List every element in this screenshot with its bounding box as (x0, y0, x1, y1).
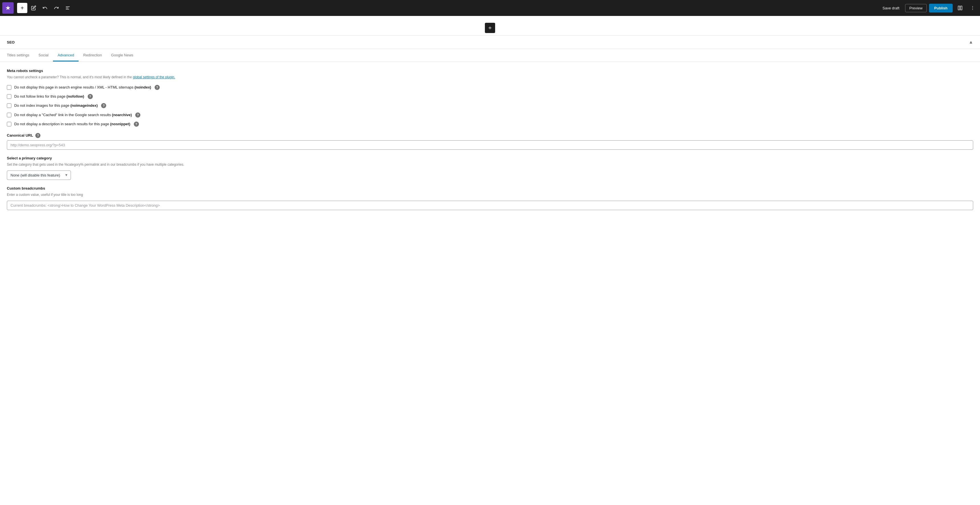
add-block-button[interactable] (485, 23, 495, 33)
publish-button[interactable]: Publish (929, 4, 953, 13)
nosnippet-help-icon[interactable]: ? (134, 122, 139, 127)
custom-breadcrumbs-title: Custom breadcrumbs (7, 186, 973, 191)
noimageindex-row: Do not index images for this page (noima… (7, 103, 973, 108)
add-block-toolbar-button[interactable]: + (17, 3, 27, 13)
noarchive-row: Do not display a "Cached" link in the Go… (7, 113, 973, 118)
seo-panel: SEO ▲ Titles settings Social Advanced Re… (0, 35, 980, 219)
noindex-checkbox[interactable] (7, 85, 11, 90)
layout-toggle-button[interactable] (955, 3, 965, 13)
seo-panel-title: SEO (7, 40, 14, 44)
noimageindex-help-icon[interactable]: ? (101, 103, 106, 108)
custom-breadcrumbs-description: Enter a custom value, useful if your tit… (7, 192, 973, 197)
noarchive-help-icon[interactable]: ? (135, 113, 140, 118)
noindex-row: Do not display this page in search engin… (7, 85, 973, 90)
meta-robots-title: Meta robots settings (7, 68, 973, 73)
canonical-url-section: Canonical URL ? (7, 133, 973, 150)
tab-titles-settings[interactable]: Titles settings (7, 49, 34, 62)
meta-robots-description: You cannot uncheck a parameter? This is … (7, 75, 973, 80)
primary-category-title: Select a primary category (7, 156, 973, 160)
primary-category-description: Set the category that gets used in the %… (7, 162, 973, 167)
custom-breadcrumbs-section: Custom breadcrumbs Enter a custom value,… (7, 186, 973, 210)
collapse-icon: ▲ (969, 40, 973, 45)
toolbar-right: Save draft Preview Publish (879, 3, 978, 13)
list-view-button[interactable] (63, 3, 73, 13)
tab-google-news[interactable]: Google News (107, 49, 138, 62)
svg-rect-4 (961, 6, 962, 10)
advanced-tab-content: Meta robots settings You cannot uncheck … (0, 62, 980, 219)
undo-button[interactable] (40, 3, 50, 13)
primary-category-select[interactable]: None (will disable this feature) (7, 170, 71, 180)
seo-tabs: Titles settings Social Advanced Redirect… (0, 49, 980, 62)
svg-rect-3 (958, 6, 959, 10)
tab-redirection[interactable]: Redirection (79, 49, 107, 62)
logo (2, 2, 14, 14)
logo-icon (5, 5, 11, 11)
primary-category-select-wrapper: None (will disable this feature) ▼ (7, 170, 71, 180)
noindex-label[interactable]: Do not display this page in search engin… (14, 85, 151, 90)
svg-point-6 (972, 8, 973, 8)
svg-point-5 (972, 6, 973, 7)
noarchive-label[interactable]: Do not display a "Cached" link in the Go… (14, 113, 132, 118)
noarchive-checkbox[interactable] (7, 113, 11, 117)
svg-point-7 (972, 9, 973, 10)
nofollow-label[interactable]: Do not follow links for this page (nofol… (14, 94, 84, 99)
global-settings-link[interactable]: global settings of the plugin. (133, 75, 175, 79)
redo-button[interactable] (51, 3, 62, 13)
nosnippet-checkbox[interactable] (7, 122, 11, 126)
toolbar: + Save draft Preview Publish (0, 0, 980, 16)
nosnippet-label[interactable]: Do not display a description in search r… (14, 122, 130, 127)
canonical-url-input[interactable] (7, 140, 973, 150)
custom-breadcrumbs-input[interactable] (7, 201, 973, 210)
tab-advanced[interactable]: Advanced (53, 49, 79, 62)
seo-panel-header[interactable]: SEO ▲ (0, 36, 980, 49)
more-options-button[interactable] (967, 3, 978, 13)
canonical-url-label: Canonical URL ? (7, 133, 973, 138)
canonical-url-help-icon[interactable]: ? (35, 133, 40, 138)
primary-category-section: Select a primary category Set the catego… (7, 156, 973, 180)
nofollow-checkbox[interactable] (7, 94, 11, 99)
nosnippet-row: Do not display a description in search r… (7, 122, 973, 127)
noimageindex-label[interactable]: Do not index images for this page (noima… (14, 103, 98, 108)
add-block-area (0, 16, 980, 35)
nofollow-help-icon[interactable]: ? (88, 94, 93, 99)
preview-button[interactable]: Preview (905, 4, 927, 12)
noindex-help-icon[interactable]: ? (154, 85, 160, 90)
tab-social[interactable]: Social (34, 49, 53, 62)
nofollow-row: Do not follow links for this page (nofol… (7, 94, 973, 99)
save-draft-button[interactable]: Save draft (879, 4, 903, 12)
edit-mode-button[interactable] (29, 3, 39, 13)
noimageindex-checkbox[interactable] (7, 103, 11, 108)
